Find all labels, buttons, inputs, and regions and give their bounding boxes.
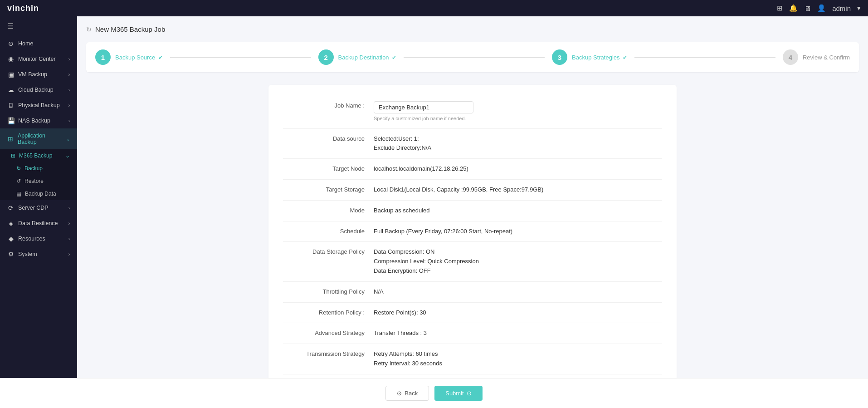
home-icon: ⊙ bbox=[7, 40, 15, 47]
monitor-icon[interactable]: 🖥 bbox=[804, 5, 811, 12]
field-job-name: Job Name : Specify a customized job name… bbox=[283, 96, 662, 129]
sidebar-item-label: Cloud Backup bbox=[18, 87, 54, 93]
field-data-storage-policy: Data Storage Policy Data Compression: ON… bbox=[283, 242, 662, 281]
page-header: ↻ New M365 Backup Job bbox=[86, 25, 859, 33]
submit-icon: ⊙ bbox=[467, 390, 472, 397]
field-schedule: Schedule Full Backup (Every Friday, 07:2… bbox=[283, 221, 662, 242]
sidebar-sub-label: Backup Data bbox=[25, 191, 56, 197]
submit-label: Submit bbox=[445, 390, 463, 397]
wizard-step-2[interactable]: 2 Backup Destination ✔ bbox=[318, 49, 397, 65]
step-2-label: Backup Destination ✔ bbox=[338, 54, 397, 61]
dsp-line-1: Data Compression: ON bbox=[374, 247, 662, 257]
sidebar-item-application-backup[interactable]: ⊞ Application Backup ⌄ bbox=[0, 128, 77, 149]
sidebar-item-vm-backup[interactable]: ▣ VM Backup › bbox=[0, 67, 77, 82]
sidebar-sub-item-backup[interactable]: ↻ Backup bbox=[0, 162, 77, 175]
chevron-icon: › bbox=[68, 206, 70, 211]
main-content: ↻ New M365 Backup Job 1 Backup Source ✔ … bbox=[77, 16, 868, 378]
user-icon: 👤 bbox=[817, 4, 826, 12]
sidebar-item-label: NAS Backup bbox=[18, 118, 50, 124]
sidebar-item-data-resilience[interactable]: ◈ Data Resilience › bbox=[0, 216, 77, 231]
sidebar-item-label: Server CDP bbox=[18, 205, 49, 211]
logo-chin: chin bbox=[20, 4, 39, 13]
sidebar: ☰ ⊙ Home ◉ Monitor Center › ▣ VM Backup … bbox=[0, 16, 77, 378]
sidebar-sub-item-backup-data[interactable]: ▤ Backup Data bbox=[0, 187, 77, 200]
grid-icon[interactable]: ⊞ bbox=[777, 4, 783, 12]
review-card: Job Name : Specify a customized job name… bbox=[268, 85, 677, 378]
back-button[interactable]: ⊙ Back bbox=[385, 386, 429, 401]
application-backup-icon: ⊞ bbox=[7, 135, 14, 143]
resources-icon: ◆ bbox=[7, 235, 15, 242]
sidebar-item-physical-backup[interactable]: 🖥 Physical Backup › bbox=[0, 98, 77, 113]
wizard-connector-3 bbox=[634, 57, 775, 58]
data-source-line-1: Selected:User: 1; bbox=[374, 134, 662, 144]
sidebar-item-monitor-center[interactable]: ◉ Monitor Center › bbox=[0, 51, 77, 67]
ts-line-1: Retry Attempts: 60 times bbox=[374, 349, 662, 359]
chevron-down-icon: ⌄ bbox=[66, 137, 70, 142]
refresh-icon: ↻ bbox=[86, 26, 92, 33]
wizard-step-4[interactable]: 4 Review & Confirm bbox=[783, 49, 850, 65]
app-layout: ☰ ⊙ Home ◉ Monitor Center › ▣ VM Backup … bbox=[0, 16, 868, 378]
label-data-storage-policy: Data Storage Policy bbox=[283, 247, 365, 255]
value-target-storage: Local Disk1(Local Disk, Capacity :99.95G… bbox=[374, 185, 662, 195]
field-advanced-strategy-2: Advanced Strategy Auto Retry: OFF bbox=[283, 374, 662, 378]
vm-backup-icon: ▣ bbox=[7, 71, 15, 78]
label-target-node: Target Node bbox=[283, 164, 365, 172]
data-source-line-2: Exclude Directory:N/A bbox=[374, 143, 662, 153]
chevron-icon: › bbox=[68, 221, 70, 226]
sidebar-item-label: Home bbox=[18, 40, 33, 47]
chevron-icon: › bbox=[68, 72, 70, 77]
dsp-line-2: Compression Level: Quick Compression bbox=[374, 257, 662, 266]
job-name-hint: Specify a customized job name if needed. bbox=[374, 115, 662, 123]
label-mode: Mode bbox=[283, 206, 365, 214]
wizard-step-3[interactable]: 3 Backup Strategies ✔ bbox=[552, 49, 627, 65]
job-name-input[interactable] bbox=[374, 101, 473, 113]
field-target-storage: Target Storage Local Disk1(Local Disk, C… bbox=[283, 180, 662, 201]
bottom-bar: ⊙ Back Submit ⊙ bbox=[0, 378, 868, 408]
chevron-icon: › bbox=[68, 88, 70, 93]
cloud-backup-icon: ☁ bbox=[7, 86, 15, 93]
sidebar-toggle[interactable]: ☰ bbox=[0, 16, 77, 36]
value-throttling-policy: N/A bbox=[374, 287, 662, 297]
sidebar-item-server-cdp[interactable]: ⟳ Server CDP › bbox=[0, 200, 77, 216]
back-icon: ⊙ bbox=[397, 390, 402, 397]
page-title: New M365 Backup Job bbox=[95, 25, 165, 33]
check-icon-3: ✔ bbox=[623, 54, 627, 61]
sidebar-item-resources[interactable]: ◆ Resources › bbox=[0, 231, 77, 246]
user-arrow[interactable]: ▾ bbox=[857, 4, 861, 12]
m365-icon: ⊞ bbox=[11, 152, 15, 159]
sidebar-sub-item-m365-backup[interactable]: ⊞ M365 Backup ⌄ bbox=[0, 149, 77, 162]
label-transmission-strategy: Transmission Strategy bbox=[283, 349, 365, 357]
sidebar-sub-item-restore[interactable]: ↺ Restore bbox=[0, 175, 77, 187]
restore-icon: ↺ bbox=[16, 178, 21, 184]
topbar-icons: ⊞ 🔔 🖥 👤 admin ▾ bbox=[777, 4, 861, 12]
sidebar-item-home[interactable]: ⊙ Home bbox=[0, 36, 77, 51]
chevron-icon: › bbox=[68, 236, 70, 241]
sidebar-sub-label: M365 Backup bbox=[19, 152, 52, 159]
bell-icon[interactable]: 🔔 bbox=[789, 4, 798, 12]
field-data-source: Data source Selected:User: 1; Exclude Di… bbox=[283, 129, 662, 159]
field-transmission-strategy: Transmission Strategy Retry Attempts: 60… bbox=[283, 344, 662, 374]
sidebar-item-label: Application Backup bbox=[18, 133, 63, 145]
backup-data-icon: ▤ bbox=[16, 191, 21, 197]
label-target-storage: Target Storage bbox=[283, 185, 365, 193]
sidebar-item-cloud-backup[interactable]: ☁ Cloud Backup › bbox=[0, 82, 77, 98]
submit-button[interactable]: Submit ⊙ bbox=[434, 386, 482, 401]
sidebar-item-label: Physical Backup bbox=[18, 102, 60, 108]
ts-line-2: Retry Interval: 30 seconds bbox=[374, 359, 662, 369]
sidebar-sub-label: Backup bbox=[24, 165, 43, 172]
step-1-label: Backup Source ✔ bbox=[115, 54, 163, 61]
step-3-label: Backup Strategies ✔ bbox=[572, 54, 627, 61]
sidebar-item-system[interactable]: ⚙ System › bbox=[0, 246, 77, 262]
sidebar-item-nas-backup[interactable]: 💾 NAS Backup › bbox=[0, 113, 77, 128]
logo-vin: vin bbox=[7, 4, 20, 13]
wizard-connector-1 bbox=[170, 57, 311, 58]
step-3-circle: 3 bbox=[552, 49, 567, 65]
value-job-name: Specify a customized job name if needed. bbox=[374, 101, 662, 123]
field-retention-policy: Retention Policy : Restore Point(s): 30 bbox=[283, 303, 662, 324]
server-cdp-icon: ⟳ bbox=[7, 204, 15, 211]
field-throttling-policy: Throttling Policy N/A bbox=[283, 282, 662, 303]
monitor-center-icon: ◉ bbox=[7, 55, 15, 63]
check-icon-2: ✔ bbox=[392, 54, 396, 61]
wizard-step-1[interactable]: 1 Backup Source ✔ bbox=[95, 49, 163, 65]
step-4-label: Review & Confirm bbox=[803, 54, 850, 61]
